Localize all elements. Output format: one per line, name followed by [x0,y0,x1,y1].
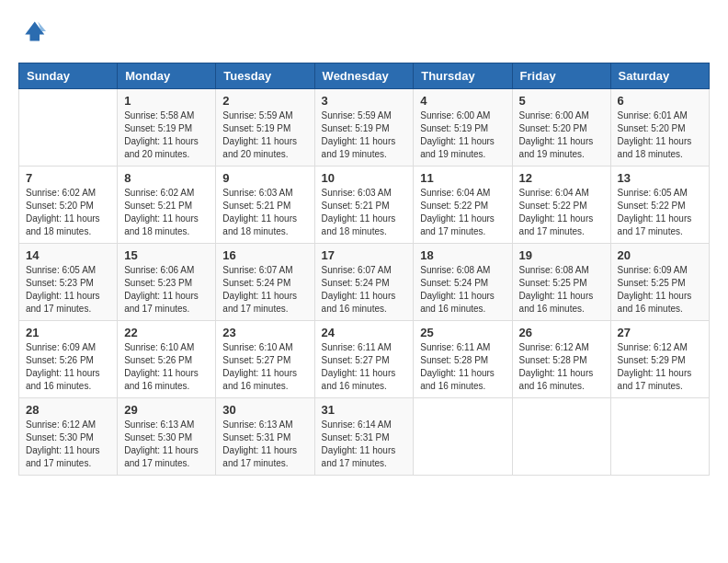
day-info: Sunrise: 6:04 AMSunset: 5:22 PMDaylight:… [519,187,604,238]
day-info: Sunrise: 6:14 AMSunset: 5:31 PMDaylight:… [322,419,407,470]
day-info: Sunrise: 6:07 AMSunset: 5:24 PMDaylight:… [322,264,407,316]
day-info: Sunrise: 6:13 AMSunset: 5:31 PMDaylight:… [222,419,307,470]
day-number: 23 [222,326,307,339]
calendar-cell: 19Sunrise: 6:08 AMSunset: 5:25 PMDayligh… [512,244,610,321]
calendar-cell: 15Sunrise: 6:06 AMSunset: 5:23 PMDayligh… [118,244,216,321]
day-info: Sunrise: 6:11 AMSunset: 5:28 PMDaylight:… [420,341,505,393]
day-info: Sunrise: 6:02 AMSunset: 5:21 PMDaylight:… [124,187,209,238]
day-info: Sunrise: 6:12 AMSunset: 5:30 PMDaylight:… [26,419,110,470]
calendar-cell: 30Sunrise: 6:13 AMSunset: 5:31 PMDayligh… [216,398,314,476]
page-header [18,18,710,48]
week-row-4: 21Sunrise: 6:09 AMSunset: 5:26 PMDayligh… [19,321,710,398]
day-info: Sunrise: 6:13 AMSunset: 5:30 PMDaylight:… [124,419,209,470]
calendar-cell [19,89,118,167]
column-header-sunday: Sunday [19,63,118,89]
day-number: 30 [222,403,307,417]
day-number: 17 [322,248,407,262]
day-number: 20 [618,248,702,262]
logo [18,18,46,48]
day-number: 11 [420,171,505,185]
calendar-cell: 17Sunrise: 6:07 AMSunset: 5:24 PMDayligh… [314,244,414,321]
calendar-cell [610,398,709,476]
calendar-cell: 2Sunrise: 5:59 AMSunset: 5:19 PMDaylight… [216,89,314,167]
day-number: 9 [222,171,307,185]
day-number: 12 [519,171,604,185]
day-number: 13 [618,171,702,185]
calendar-cell: 18Sunrise: 6:08 AMSunset: 5:24 PMDayligh… [414,244,512,321]
day-info: Sunrise: 5:58 AMSunset: 5:19 PMDaylight:… [124,109,209,161]
day-info: Sunrise: 6:00 AMSunset: 5:20 PMDaylight:… [519,109,604,161]
day-number: 25 [420,326,505,339]
calendar-cell: 28Sunrise: 6:12 AMSunset: 5:30 PMDayligh… [19,398,118,476]
logo-icon [20,18,46,44]
week-row-1: 1Sunrise: 5:58 AMSunset: 5:19 PMDaylight… [19,89,710,167]
day-info: Sunrise: 6:05 AMSunset: 5:23 PMDaylight:… [26,264,110,316]
day-info: Sunrise: 6:04 AMSunset: 5:22 PMDaylight:… [420,187,505,238]
day-info: Sunrise: 6:02 AMSunset: 5:20 PMDaylight:… [26,187,110,238]
calendar-cell: 5Sunrise: 6:00 AMSunset: 5:20 PMDaylight… [512,89,610,167]
day-number: 10 [322,171,407,185]
day-info: Sunrise: 6:09 AMSunset: 5:25 PMDaylight:… [618,264,702,316]
day-number: 15 [124,248,209,262]
calendar-cell: 6Sunrise: 6:01 AMSunset: 5:20 PMDaylight… [610,89,709,167]
day-info: Sunrise: 6:12 AMSunset: 5:28 PMDaylight:… [519,341,604,393]
day-info: Sunrise: 6:07 AMSunset: 5:24 PMDaylight:… [222,264,307,316]
calendar-cell: 13Sunrise: 6:05 AMSunset: 5:22 PMDayligh… [610,167,709,244]
calendar-table: SundayMondayTuesdayWednesdayThursdayFrid… [18,63,710,476]
column-header-friday: Friday [512,63,610,89]
day-info: Sunrise: 6:01 AMSunset: 5:20 PMDaylight:… [618,109,702,161]
week-row-3: 14Sunrise: 6:05 AMSunset: 5:23 PMDayligh… [19,244,710,321]
day-number: 28 [26,403,110,417]
day-number: 31 [322,403,407,417]
column-header-tuesday: Tuesday [216,63,314,89]
calendar-cell: 26Sunrise: 6:12 AMSunset: 5:28 PMDayligh… [512,321,610,398]
calendar-cell: 20Sunrise: 6:09 AMSunset: 5:25 PMDayligh… [610,244,709,321]
calendar-cell: 21Sunrise: 6:09 AMSunset: 5:26 PMDayligh… [19,321,118,398]
calendar-cell: 25Sunrise: 6:11 AMSunset: 5:28 PMDayligh… [414,321,512,398]
calendar-cell: 14Sunrise: 6:05 AMSunset: 5:23 PMDayligh… [19,244,118,321]
week-row-5: 28Sunrise: 6:12 AMSunset: 5:30 PMDayligh… [19,398,710,476]
day-info: Sunrise: 6:00 AMSunset: 5:19 PMDaylight:… [420,109,505,161]
calendar-cell: 22Sunrise: 6:10 AMSunset: 5:26 PMDayligh… [118,321,216,398]
day-number: 6 [618,94,702,108]
day-number: 7 [26,171,110,185]
calendar-cell: 10Sunrise: 6:03 AMSunset: 5:21 PMDayligh… [314,167,414,244]
calendar-header-row: SundayMondayTuesdayWednesdayThursdayFrid… [19,63,710,89]
day-number: 4 [420,94,505,108]
day-number: 18 [420,248,505,262]
calendar-cell [512,398,610,476]
day-number: 26 [519,326,604,339]
calendar-cell: 7Sunrise: 6:02 AMSunset: 5:20 PMDaylight… [19,167,118,244]
column-header-saturday: Saturday [610,63,709,89]
day-info: Sunrise: 6:06 AMSunset: 5:23 PMDaylight:… [124,264,209,316]
day-number: 8 [124,171,209,185]
day-info: Sunrise: 5:59 AMSunset: 5:19 PMDaylight:… [222,109,307,161]
day-info: Sunrise: 6:03 AMSunset: 5:21 PMDaylight:… [222,187,307,238]
calendar-cell: 29Sunrise: 6:13 AMSunset: 5:30 PMDayligh… [118,398,216,476]
calendar-cell: 27Sunrise: 6:12 AMSunset: 5:29 PMDayligh… [610,321,709,398]
day-number: 1 [124,94,209,108]
day-info: Sunrise: 5:59 AMSunset: 5:19 PMDaylight:… [322,109,407,161]
calendar-cell: 3Sunrise: 5:59 AMSunset: 5:19 PMDaylight… [314,89,414,167]
day-number: 22 [124,326,209,339]
day-info: Sunrise: 6:08 AMSunset: 5:25 PMDaylight:… [519,264,604,316]
column-header-wednesday: Wednesday [314,63,414,89]
calendar-cell: 1Sunrise: 5:58 AMSunset: 5:19 PMDaylight… [118,89,216,167]
day-info: Sunrise: 6:09 AMSunset: 5:26 PMDaylight:… [26,341,110,393]
calendar-cell: 31Sunrise: 6:14 AMSunset: 5:31 PMDayligh… [314,398,414,476]
day-info: Sunrise: 6:03 AMSunset: 5:21 PMDaylight:… [322,187,407,238]
day-number: 24 [322,326,407,339]
day-info: Sunrise: 6:12 AMSunset: 5:29 PMDaylight:… [618,341,702,393]
day-info: Sunrise: 6:05 AMSunset: 5:22 PMDaylight:… [618,187,702,238]
calendar-cell: 12Sunrise: 6:04 AMSunset: 5:22 PMDayligh… [512,167,610,244]
calendar-cell: 4Sunrise: 6:00 AMSunset: 5:19 PMDaylight… [414,89,512,167]
calendar-cell: 16Sunrise: 6:07 AMSunset: 5:24 PMDayligh… [216,244,314,321]
day-info: Sunrise: 6:10 AMSunset: 5:26 PMDaylight:… [124,341,209,393]
column-header-monday: Monday [118,63,216,89]
calendar-cell: 9Sunrise: 6:03 AMSunset: 5:21 PMDaylight… [216,167,314,244]
day-number: 16 [222,248,307,262]
day-info: Sunrise: 6:08 AMSunset: 5:24 PMDaylight:… [420,264,505,316]
day-number: 19 [519,248,604,262]
day-number: 3 [322,94,407,108]
calendar-cell: 8Sunrise: 6:02 AMSunset: 5:21 PMDaylight… [118,167,216,244]
